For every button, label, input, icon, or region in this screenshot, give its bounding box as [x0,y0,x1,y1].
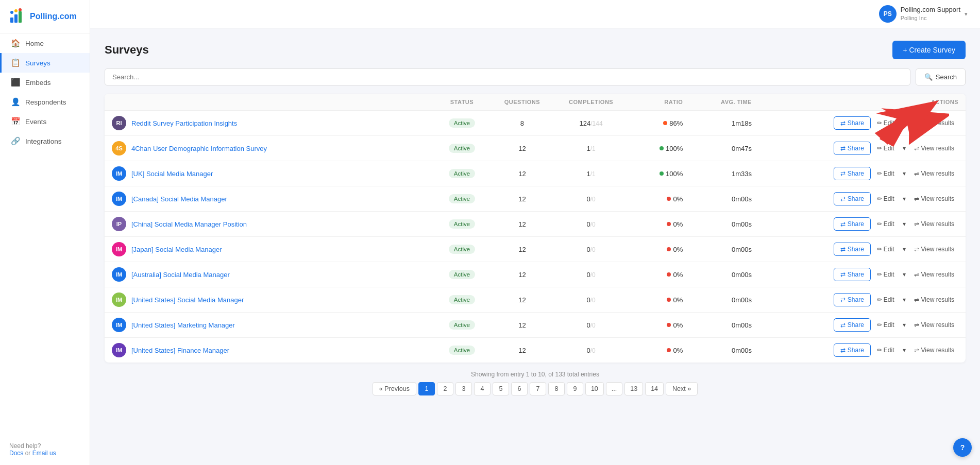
survey-name-link[interactable]: [Canada] Social Media Manager [131,195,227,203]
view-results-button[interactable]: ⇌ View results [910,344,958,356]
share-button[interactable]: ⇄ Share [834,318,871,332]
share-button[interactable]: ⇄ Share [834,217,871,231]
share-button[interactable]: ⇄ Share [834,293,871,306]
survey-name-link[interactable]: [United States] Finance Manager [131,347,229,354]
docs-link[interactable]: Docs [9,450,23,457]
create-survey-button[interactable]: + Create Survey [892,41,966,59]
edit-icon: ✏ [877,246,882,253]
view-results-button[interactable]: ⇌ View results [910,294,958,306]
view-results-button[interactable]: ⇌ View results [910,117,958,129]
survey-name-link[interactable]: Reddit Survey Participation Insights [131,119,237,127]
page-6-button[interactable]: 6 [511,382,528,395]
view-results-button[interactable]: ⇌ View results [910,142,958,154]
email-link[interactable]: Email us [32,450,56,457]
dropdown-button[interactable]: ▾ [901,344,908,356]
table-row: IM [Australia] Social Media Manager Acti… [105,262,966,287]
edit-button[interactable]: ✏ Edit [873,268,899,281]
sidebar-item-embeds[interactable]: ⬛ Embeds [0,73,90,92]
page-7-button[interactable]: 7 [530,382,546,395]
sidebar-item-home[interactable]: 🏠 Home [0,33,90,53]
view-results-button[interactable]: ⇌ View results [910,243,958,255]
help-button[interactable]: ? [953,438,972,457]
page-9-button[interactable]: 9 [567,382,583,395]
share-button[interactable]: ⇄ Share [834,243,871,256]
survey-name-link[interactable]: [China] Social Media Manager Position [131,220,247,228]
share-icon: ⇄ [840,119,846,127]
survey-avatar: IM [112,318,126,332]
share-button[interactable]: ⇄ Share [834,116,871,130]
page-13-button[interactable]: 13 [624,382,643,395]
view-results-button[interactable]: ⇌ View results [910,218,958,230]
dropdown-button[interactable]: ▾ [901,218,908,230]
table-row: IM [United States] Marketing Manager Act… [105,313,966,338]
dropdown-button[interactable]: ▾ [901,142,908,154]
next-page-button[interactable]: Next » [666,382,698,395]
sidebar-item-events[interactable]: 📅 Events [0,112,90,131]
survey-avatar: RI [112,116,126,130]
edit-button[interactable]: ✏ Edit [873,319,899,331]
page-5-button[interactable]: 5 [493,382,509,395]
sidebar-item-integrations[interactable]: 🔗 Integrations [0,131,90,151]
ratio-dot-icon [667,222,671,226]
share-button[interactable]: ⇄ Share [834,167,871,180]
survey-name-link[interactable]: [United States] Marketing Manager [131,321,235,329]
survey-actions: ⇄ Share ✏ Edit ▾ ⇌ View results [759,262,966,287]
edit-button[interactable]: ✏ Edit [873,142,899,154]
survey-name-link[interactable]: [UK] Social Media Manager [131,170,213,178]
dropdown-button[interactable]: ▾ [901,167,908,180]
edit-button[interactable]: ✏ Edit [873,294,899,306]
page-10-button[interactable]: 10 [585,382,604,395]
dropdown-button[interactable]: ▾ [901,268,908,281]
chevron-down-icon: ▾ [903,195,906,202]
share-button[interactable]: ⇄ Share [834,343,871,357]
page-title: Surveys [105,43,149,57]
view-results-label: View results [921,220,954,228]
view-results-button[interactable]: ⇌ View results [910,268,958,281]
share-button[interactable]: ⇄ Share [834,268,871,281]
edit-button[interactable]: ✏ Edit [873,344,899,356]
page-4-button[interactable]: 4 [474,382,491,395]
edit-label: Edit [884,321,894,329]
page-2-button[interactable]: 2 [437,382,453,395]
edit-button[interactable]: ✏ Edit [873,243,899,255]
search-button[interactable]: 🔍 Search [916,68,966,85]
logo-area[interactable]: Polling.com [0,0,90,33]
share-label: Share [848,220,864,228]
edit-button[interactable]: ✏ Edit [873,167,899,180]
search-input[interactable] [105,68,910,85]
prev-page-button[interactable]: « Previous [373,382,416,395]
page-8-button[interactable]: 8 [548,382,565,395]
survey-name-link[interactable]: [United States] Social Media Manager [131,296,244,304]
edit-button[interactable]: ✏ Edit [873,117,899,129]
dropdown-button[interactable]: ▾ [901,294,908,306]
survey-name-link[interactable]: [Australia] Social Media Manager [131,271,230,279]
edit-button[interactable]: ✏ Edit [873,218,899,230]
status-badge: Active [449,118,475,128]
sidebar-item-surveys[interactable]: 📋 Surveys [0,53,90,73]
edit-button[interactable]: ✏ Edit [873,193,899,205]
dropdown-button[interactable]: ▾ [901,243,908,255]
survey-questions: 12 [492,212,552,237]
page-14-button[interactable]: 14 [645,382,664,395]
share-button[interactable]: ⇄ Share [834,142,871,155]
view-results-button[interactable]: ⇌ View results [910,167,958,180]
ratio-dot-icon [667,197,671,201]
dropdown-button[interactable]: ▾ [901,193,908,205]
pagination-area: Showing from entry 1 to 10, of 133 total… [105,371,966,395]
user-menu[interactable]: PS Polling.com Support Polling Inc ▾ [879,5,968,23]
view-results-button[interactable]: ⇌ View results [910,319,958,331]
share-label: Share [848,321,864,329]
view-results-button[interactable]: ⇌ View results [910,193,958,205]
page-1-button[interactable]: 1 [418,382,435,395]
page-3-button[interactable]: 3 [455,382,472,395]
sidebar-item-respondents[interactable]: 👤 Respondents [0,92,90,112]
dropdown-button[interactable]: ▾ [901,117,908,129]
edit-label: Edit [884,271,894,278]
surveys-icon: 📋 [11,58,20,67]
sidebar-item-label: Integrations [25,137,62,145]
share-button[interactable]: ⇄ Share [834,192,871,205]
survey-name-link[interactable]: [Japan] Social Media Manager [131,246,222,253]
dropdown-button[interactable]: ▾ [901,319,908,331]
search-button-label: Search [936,73,957,81]
survey-name-link[interactable]: 4Chan User Demographic Information Surve… [131,145,267,152]
